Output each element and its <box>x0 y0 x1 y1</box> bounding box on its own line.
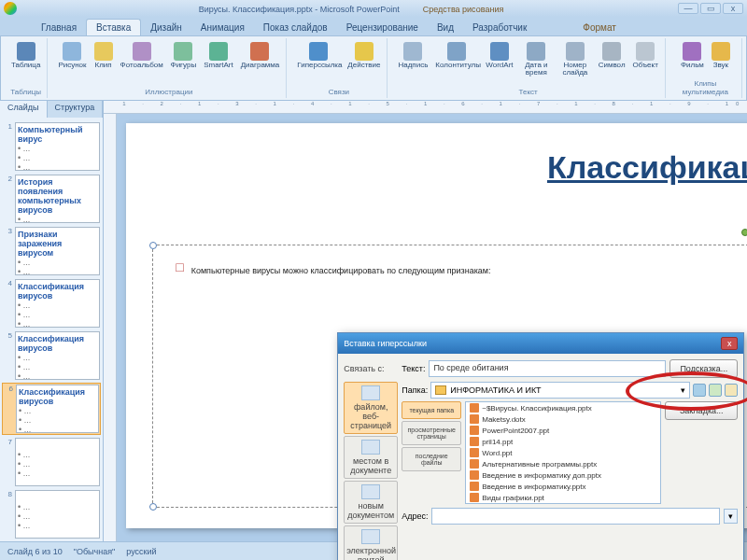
ribbon-label: Гиперссылка <box>297 62 340 69</box>
ribbon-Действие[interactable]: Действие <box>345 40 383 71</box>
slide-title: Классификация вирусов <box>126 123 747 195</box>
ribbon-label: Дата и время <box>521 62 553 77</box>
resize-handle[interactable] <box>149 503 157 511</box>
ribbon-icon <box>683 42 701 61</box>
file-item[interactable]: pril14.ppt <box>466 436 660 447</box>
ribbon-WordArt[interactable]: WordArt <box>483 40 515 71</box>
slide-thumbnail[interactable]: 2История появления компьютерных вирусов•… <box>2 174 101 224</box>
file-icon <box>470 459 479 469</box>
ribbon-Фигуры[interactable]: Фигуры <box>168 40 200 71</box>
ribbon-icon <box>602 42 621 61</box>
ribbon-SmartArt[interactable]: SmartArt <box>201 40 236 71</box>
tab-slideshow[interactable]: Показ слайдов <box>254 20 337 35</box>
slides-panel: Слайды Структура 1Компьютерный вирус• ..… <box>0 101 104 541</box>
restore-button[interactable]: ▭ <box>700 3 721 14</box>
minimize-button[interactable]: — <box>678 3 698 14</box>
slide-thumbnail[interactable]: 6Классификация вирусов• ...• ...• ... <box>2 383 101 435</box>
tab-design[interactable]: Дизайн <box>141 20 191 35</box>
ribbon-icon <box>250 42 269 61</box>
nav-browsed-pages[interactable]: просмотренные страницы <box>402 421 461 445</box>
ribbon-icon <box>174 42 192 61</box>
link-to-place[interactable]: местом в документе <box>344 436 398 479</box>
slide-thumbnail[interactable]: 7• ...• ...• ... <box>2 437 101 487</box>
ribbon-label: Рисунок <box>58 62 86 69</box>
tab-review[interactable]: Рецензирование <box>337 20 428 35</box>
file-item[interactable]: Вирусы. Классификация.pptx <box>466 503 660 504</box>
ribbon-Диаграмма[interactable]: Диаграмма <box>238 40 283 71</box>
ribbon-Клип[interactable]: Клип <box>92 40 116 71</box>
ribbon-Звук[interactable]: Звук <box>709 40 733 71</box>
link-to-email[interactable]: электронной почтой <box>344 525 398 560</box>
display-text-label: Текст: <box>402 364 425 373</box>
file-icon <box>470 493 479 502</box>
address-field[interactable] <box>431 508 720 525</box>
ribbon-group-label: Клипы мультимедиа <box>673 79 738 96</box>
slide-thumbnail[interactable]: 3Признаки заражения вирусом• ...• ...• .… <box>2 226 101 276</box>
display-text-field[interactable]: По среде обитания <box>429 360 666 377</box>
ribbon-icon <box>63 42 81 61</box>
ribbon-icon <box>447 42 466 61</box>
tab-view[interactable]: Вид <box>428 20 463 35</box>
dialog-close-button[interactable]: x <box>721 337 738 350</box>
file-item[interactable]: Введение в информатику.pptx <box>466 481 660 492</box>
tab-home[interactable]: Главная <box>32 20 86 35</box>
panel-tab-outline[interactable]: Структура <box>48 101 104 118</box>
file-icon <box>470 426 479 435</box>
office-button[interactable] <box>4 2 17 15</box>
nav-recent-files[interactable]: последние файлы <box>402 447 461 471</box>
tab-animation[interactable]: Анимация <box>191 20 254 35</box>
ribbon-label: Колонтитулы <box>435 62 478 69</box>
status-language[interactable]: русский <box>126 547 156 556</box>
slide-thumbnail[interactable]: 8• ...• ...• ... <box>2 489 101 539</box>
file-list[interactable]: ~$Вирусы. Классификация.pptxMaketsy.dotx… <box>465 401 661 504</box>
dialog-titlebar[interactable]: Вставка гиперссылки x <box>338 333 743 354</box>
ribbon-group-label: Таблицы <box>10 88 41 96</box>
ruler-vertical <box>104 114 117 541</box>
ribbon-label: Надпись <box>398 62 428 69</box>
ribbon-Дата и время[interactable]: Дата и время <box>518 40 556 79</box>
slide-canvas: 1 · 2 · 1 · 3 · 1 · 4 · 1 · 5 · 1 · 6 · … <box>104 101 747 541</box>
close-button[interactable]: x <box>723 3 743 14</box>
file-item[interactable]: Введение в информатику доп.pptx <box>466 469 660 481</box>
link-to-new-doc[interactable]: новым документом <box>344 481 398 524</box>
body-text: □Компьютерные вирусы можно классифициров… <box>153 245 747 288</box>
ribbon-group-label: Текст <box>519 88 538 96</box>
rotate-handle[interactable] <box>741 229 747 236</box>
ribbon-Фотоальбом[interactable]: Фотоальбом <box>118 40 166 71</box>
tab-format[interactable]: Формат <box>573 20 626 35</box>
ribbon-icon <box>355 42 374 61</box>
ribbon-Номер слайда[interactable]: Номер слайда <box>557 40 594 79</box>
ribbon-label: Клип <box>94 62 111 69</box>
file-item[interactable]: PowerPoint2007.ppt <box>466 425 660 436</box>
ribbon-label: Действие <box>347 62 380 69</box>
ribbon-Символ[interactable]: Символ <box>596 40 628 71</box>
ribbon-Фильм[interactable]: Фильм <box>678 40 707 71</box>
status-slide-number: Слайд 6 из 10 <box>7 547 63 556</box>
file-item[interactable]: Виды графики.ppt <box>466 492 660 503</box>
file-item[interactable]: ~$Вирусы. Классификация.pptx <box>466 402 660 413</box>
file-icon <box>470 482 479 491</box>
ribbon-icon <box>490 42 509 61</box>
ribbon-Гиперссылка[interactable]: Гиперссылка <box>294 40 343 71</box>
link-to-file-web[interactable]: файлом, веб-страницей <box>344 382 398 434</box>
panel-tab-slides[interactable]: Слайды <box>0 101 48 118</box>
ribbon-label: Звук <box>713 62 728 69</box>
address-dropdown[interactable]: ▾ <box>724 509 738 524</box>
slide-thumbnail[interactable]: 5Классификация вирусов• ...• ...• ... <box>2 330 101 381</box>
file-item[interactable]: Maketsy.dotx <box>466 413 660 425</box>
ribbon-label: Объект <box>633 62 658 69</box>
file-item[interactable]: Word.ppt <box>466 447 660 458</box>
slide-thumbnail[interactable]: 4Классификация вирусов• ...• ...• ... <box>2 278 101 329</box>
tab-insert[interactable]: Вставка <box>86 19 141 35</box>
ribbon-label: Фильм <box>681 62 704 69</box>
ribbon-Колонтитулы[interactable]: Колонтитулы <box>432 40 481 71</box>
ribbon-Объект[interactable]: Объект <box>630 40 661 71</box>
ribbon-Таблица[interactable]: Таблица <box>8 40 43 71</box>
ribbon-Рисунок[interactable]: Рисунок <box>55 40 89 71</box>
slide-thumbnail[interactable]: 1Компьютерный вирус• ...• ...• ... <box>2 121 101 172</box>
tab-developer[interactable]: Разработчик <box>463 20 536 35</box>
nav-current-folder[interactable]: текущая папка <box>402 401 461 419</box>
ribbon-Надпись[interactable]: Надпись <box>395 40 430 71</box>
link-with-label: Связать с: <box>344 364 398 373</box>
file-item[interactable]: Альтернативные программы.pptx <box>466 458 660 469</box>
